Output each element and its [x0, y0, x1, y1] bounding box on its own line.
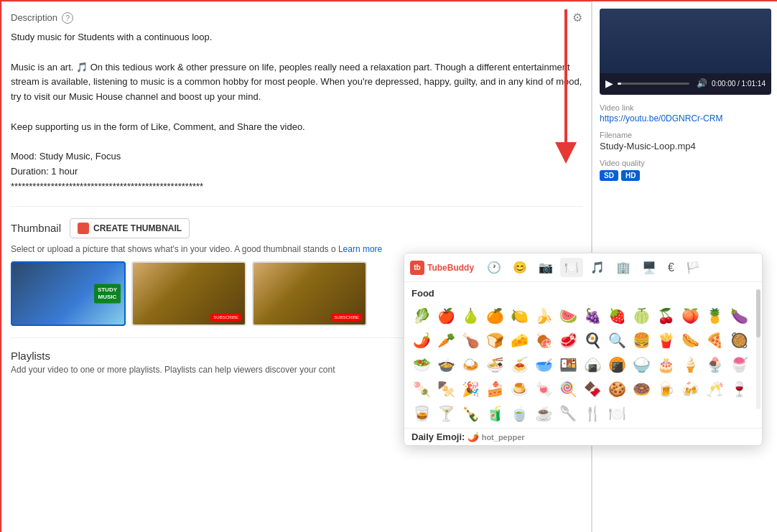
emoji-item[interactable]: 🍊 — [483, 304, 506, 327]
badge-sd[interactable]: SD — [600, 170, 618, 181]
emoji-item[interactable]: 🍕 — [703, 329, 726, 352]
emoji-item[interactable]: 🍪 — [605, 378, 628, 401]
tab-camera[interactable]: 📷 — [534, 258, 557, 277]
main-container: Description ? ⚙ Study music for Students… — [1, 1, 777, 532]
emoji-item[interactable]: 🍸 — [434, 402, 457, 425]
emoji-item[interactable]: ☕ — [532, 402, 555, 425]
video-link-row: Video link https://youtu.be/0DGNRCr-CRM — [600, 103, 771, 123]
emoji-item[interactable]: 🍱 — [557, 353, 580, 376]
emoji-item[interactable]: 🍔 — [630, 329, 653, 352]
emoji-item[interactable]: 🍒 — [654, 304, 677, 327]
tab-history[interactable]: 🕐 — [483, 258, 506, 277]
emoji-item[interactable]: 🥕 — [434, 329, 457, 352]
emoji-item[interactable]: 🥘 — [727, 329, 750, 352]
emoji-item[interactable]: 🍍 — [703, 304, 726, 327]
emoji-item[interactable]: 🍦 — [679, 353, 702, 376]
emoji-item[interactable]: 🍜 — [483, 353, 506, 376]
emoji-item[interactable]: 🌭 — [679, 329, 702, 352]
create-thumbnail-button[interactable]: CREATE THUMBNAIL — [70, 218, 190, 238]
progress-bar[interactable] — [618, 83, 689, 85]
emoji-item[interactable]: 🍲 — [434, 353, 457, 376]
emoji-item[interactable]: 🍗 — [459, 329, 482, 352]
video-controls[interactable]: ▶ 🔊 0:00:00 / 1:01:14 — [605, 78, 766, 89]
emoji-item[interactable]: 🍵 — [508, 402, 531, 425]
emoji-item[interactable]: 🎉 — [459, 378, 482, 401]
video-link-label: Video link — [600, 103, 771, 112]
emoji-item[interactable]: 🍟 — [654, 329, 677, 352]
emoji-item[interactable]: 🍞 — [483, 329, 506, 352]
emoji-item[interactable]: 🔍 — [605, 329, 628, 352]
emoji-item[interactable]: 🥣 — [532, 353, 555, 376]
help-icon[interactable]: ? — [62, 12, 73, 24]
filename-row: Filename Study-Music-Loop.mp4 — [600, 131, 771, 151]
emoji-item[interactable]: 🍛 — [459, 353, 482, 376]
emoji-item[interactable]: 🍭 — [557, 378, 580, 401]
emoji-item[interactable]: 🎂 — [654, 353, 677, 376]
emoji-item[interactable]: 🍮 — [508, 378, 531, 401]
emoji-item[interactable]: 🥗 — [410, 353, 433, 376]
learn-more-link[interactable]: Learn more — [338, 244, 382, 254]
emoji-item[interactable]: 🍴 — [581, 402, 604, 425]
emoji-item[interactable]: 🧃 — [483, 402, 506, 425]
emoji-item[interactable]: 🍐 — [459, 304, 482, 327]
thumbnail-image-2[interactable]: SUBSCRIBE — [131, 261, 246, 326]
emoji-item[interactable]: 🍇 — [581, 304, 604, 327]
emoji-item[interactable]: 🍨 — [703, 353, 726, 376]
emoji-item[interactable]: 🍘 — [605, 353, 628, 376]
emoji-item[interactable]: 🥃 — [410, 402, 433, 425]
tab-music[interactable]: 🎵 — [586, 258, 609, 277]
emoji-item[interactable]: 🍎 — [434, 304, 457, 327]
filename-label: Filename — [600, 131, 771, 139]
emoji-item[interactable]: 🥩 — [557, 329, 580, 352]
description-header: Description ? ⚙ — [11, 11, 582, 24]
emoji-panel-header: tb TubeBuddy 🕐 😊 📷 🍽️ 🎵 🏢 🖥️ € 🏳️ — [404, 253, 762, 282]
emoji-item[interactable]: 🍰 — [483, 378, 506, 401]
emoji-item[interactable]: 🍳 — [581, 329, 604, 352]
daily-emoji-label: Daily Emoji: 🌶️ hot_pepper — [404, 428, 762, 445]
gear-button[interactable]: ⚙ — [572, 11, 582, 24]
thumbnail-image-3[interactable]: SUBSCRIBE — [252, 261, 367, 326]
tab-flag[interactable]: 🏳️ — [681, 258, 704, 277]
emoji-item[interactable]: 🍫 — [581, 378, 604, 401]
tab-monitor[interactable]: 🖥️ — [638, 258, 661, 277]
emoji-item[interactable]: 🍉 — [557, 304, 580, 327]
play-button[interactable]: ▶ — [605, 78, 613, 89]
tb-logo-icon — [78, 223, 89, 234]
emoji-item[interactable]: 🍙 — [581, 353, 604, 376]
emoji-item[interactable]: 🍋 — [508, 304, 531, 327]
emoji-item[interactable]: 🥂 — [703, 378, 726, 401]
emoji-item[interactable]: 🍆 — [727, 304, 750, 327]
emoji-item[interactable]: 🍬 — [532, 378, 555, 401]
emoji-item[interactable]: 🍌 — [532, 304, 555, 327]
emoji-item[interactable]: 🍧 — [727, 353, 750, 376]
emoji-item[interactable]: 🍾 — [459, 402, 482, 425]
video-link-value[interactable]: https://youtu.be/0DGNRCr-CRM — [600, 113, 771, 123]
thumbnail-image-1[interactable]: STUDYMUSIC — [11, 261, 126, 326]
emoji-item[interactable]: 🍝 — [508, 353, 531, 376]
emoji-item[interactable]: 🧀 — [508, 329, 531, 352]
emoji-item[interactable]: 🍡 — [410, 378, 433, 401]
daily-emoji-name: hot_pepper — [482, 433, 525, 442]
tab-smiley[interactable]: 😊 — [508, 258, 531, 277]
emoji-item[interactable]: 🍑 — [679, 304, 702, 327]
emoji-item[interactable]: 🍈 — [630, 304, 653, 327]
emoji-scrollbar[interactable] — [756, 289, 760, 409]
emoji-item[interactable]: 🍷 — [727, 378, 750, 401]
tab-food[interactable]: 🍽️ — [560, 258, 583, 277]
emoji-item[interactable]: 🍺 — [654, 378, 677, 401]
emoji-item[interactable]: 🍻 — [679, 378, 702, 401]
emoji-item[interactable]: 🍩 — [630, 378, 653, 401]
emoji-item[interactable]: 🍖 — [532, 329, 555, 352]
emoji-item[interactable]: 🥬 — [410, 304, 433, 327]
thumbnail-header: Thumbnail CREATE THUMBNAIL — [11, 218, 582, 238]
emoji-item[interactable]: 🌶️ — [410, 329, 433, 352]
tab-currency[interactable]: € — [664, 258, 679, 277]
emoji-item[interactable]: 🍓 — [605, 304, 628, 327]
volume-button[interactable]: 🔊 — [697, 78, 707, 88]
emoji-item[interactable]: 🍽️ — [605, 402, 628, 425]
badge-hd[interactable]: HD — [621, 170, 640, 181]
emoji-item[interactable]: 🍚 — [630, 353, 653, 376]
emoji-item[interactable]: 🥄 — [557, 402, 580, 425]
tab-building[interactable]: 🏢 — [612, 258, 635, 277]
emoji-item[interactable]: 🍢 — [434, 378, 457, 401]
